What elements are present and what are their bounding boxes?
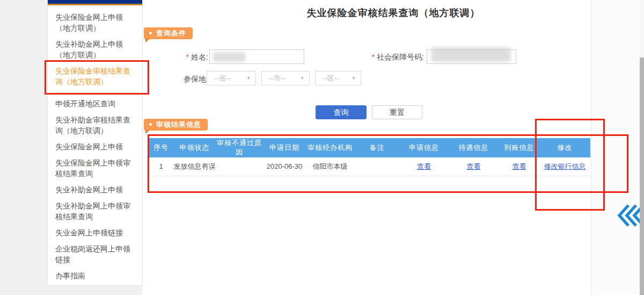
view-benefit-info-link[interactable]: 查看 [467,162,481,170]
table-header-row: 序号 申领状态 审核不通过原因 申请日期 审核经办机构 备注 申请信息 待遇信息… [149,138,590,157]
name-input[interactable] [209,49,304,64]
chevron-down-icon: ▼ [246,71,251,85]
district-select[interactable]: --区-- ▼ [315,71,361,85]
view-apply-info-link[interactable]: 查看 [417,162,431,170]
required-asterisk: * [372,53,375,61]
query-button[interactable]: 查询 [316,105,367,119]
cell-remark [354,157,400,176]
name-field-label: *姓名: [161,53,208,62]
city-select[interactable]: --市-- ▼ [261,71,310,85]
sidebar-item-subsidy-online-claim-local[interactable]: 失业补助金网上申领（地方联调） [55,39,135,60]
table-row: 1 发放信息有误 2020-06-30 信阳市本级 查看 查看 查看 修改银行信… [149,157,590,176]
right-side-panel [591,0,644,295]
cell-reject-reason [216,157,263,176]
col-header-audit-agency: 审核经办机构 [306,138,354,157]
chevron-down-icon: ▼ [300,71,304,85]
col-header-remark: 备注 [354,138,400,157]
sidebar-item-enterprise-refund-claim-link[interactable]: 企业稳岗返还网上申领链接 [55,243,135,265]
sidebar-item-insurance-online-claim[interactable]: 失业保险金网上申领 [55,141,135,152]
audit-result-info-tag-label: 审核结果信息 [156,120,201,128]
bullet-dot-icon [149,123,152,126]
required-asterisk: * [186,53,189,61]
ssn-field-label: *社会保障号码: [352,53,424,62]
province-select[interactable]: --省-- ▼ [207,71,256,85]
vertical-scrollbar[interactable] [640,0,644,295]
sidebar-menu: 失业保险金网上申领（地方联调） 失业补助金网上申领（地方联调） 失业保险金审核结… [48,5,142,290]
redacted-name-value [213,52,245,62]
redacted-ssn-value [431,47,511,62]
sidebar-item-service-guide[interactable]: 办事指南 [55,270,135,281]
sidebar-item-subsidy-claim-audit-result-query[interactable]: 失业补助金网上申领审核结果查询 [55,200,135,222]
cell-claim-status: 发放信息有误 [173,157,216,176]
page: 失业保险金网上申领（地方联调） 失业补助金网上申领（地方联调） 失业保险金审核结… [0,0,644,295]
chevron-down-icon: ▼ [352,71,356,85]
city-select-value: --市-- [269,74,285,82]
col-header-modify: 修改 [539,138,590,157]
cell-seq: 1 [149,157,173,176]
query-conditions-tag-label: 查询条件 [156,29,186,37]
audit-result-info-tag: 审核结果信息 [144,119,208,131]
sidebar-item-insurance-audit-result-query-local[interactable]: 失业保险金审核结果查询（地方联调） [55,66,135,92]
view-arrival-info-link[interactable]: 查看 [513,162,526,170]
col-header-arrival-info: 到账信息 [499,138,539,157]
sidebar-item-subsidy-online-claim[interactable]: 失业补助金网上申领 [55,184,135,195]
reset-button[interactable]: 重置 [372,105,422,119]
col-header-claim-status: 申领状态 [173,138,216,157]
scrollbar-thumb[interactable] [640,57,644,295]
sidebar-item-insurance-online-claim-local[interactable]: 失业保险金网上申领（地方联调） [55,12,135,33]
col-header-seq: 序号 [149,138,173,157]
col-header-reject-reason: 审核不通过原因 [216,138,263,157]
sidebar-top-bar [48,0,142,5]
col-header-apply-date: 申请日期 [263,138,306,157]
audit-results-table: 序号 申领状态 审核不通过原因 申请日期 审核经办机构 备注 申请信息 待遇信息… [149,138,590,176]
district-select-value: --区-- [323,74,339,82]
col-header-benefit-info: 待遇信息 [448,138,499,157]
cell-audit-agency: 信阳市本级 [306,157,354,176]
modify-bank-info-link[interactable]: 修改银行信息 [544,162,586,170]
page-title: 失业保险金审核结果查询（地方联调） [143,6,644,19]
cell-apply-date: 2020-06-30 [263,157,306,176]
query-conditions-tag: 查询条件 [144,27,193,39]
bullet-dot-icon [149,32,152,34]
insured-area-label: 参保地: [161,75,208,84]
sidebar-item-open-region-query[interactable]: 申领开通地区查询 [55,98,135,109]
col-header-apply-info: 申请信息 [400,138,448,157]
sidebar-item-benefit-claim-link[interactable]: 失业金网上申领链接 [55,227,135,238]
ssn-input[interactable] [427,49,516,64]
sidebar-item-insurance-claim-audit-result-query[interactable]: 失业保险金网上申领审核结果查询 [55,157,135,179]
province-select-value: --省-- [214,74,230,82]
sidebar-item-subsidy-audit-result-query-local[interactable]: 失业补助金审核结果查询（地方联调） [55,114,135,136]
sidebar: 失业保险金网上申领（地方联调） 失业补助金网上申领（地方联调） 失业保险金审核结… [47,0,143,286]
